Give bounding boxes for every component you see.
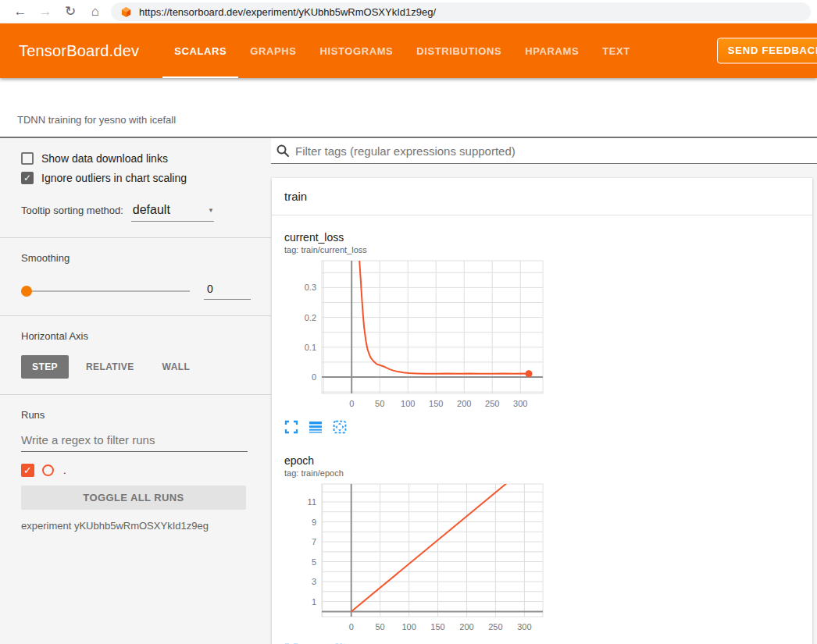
browser-chrome: ←→↻⌂ https://tensorboard.dev/experiment/…	[0, 0, 817, 23]
experiment-id-text: experiment yKUbhb5wRmOSXYkId1z9eg	[21, 520, 251, 532]
content: Show data download links✓Ignore outliers…	[0, 138, 817, 644]
axis-option-step[interactable]: STEP	[21, 355, 69, 379]
expand-chart-icon[interactable]	[284, 420, 298, 434]
tooltip-sorting-row: Tooltip sorting method: default ▼	[21, 203, 251, 222]
svg-text:50: 50	[375, 622, 384, 632]
svg-text:7: 7	[312, 537, 316, 546]
svg-text:100: 100	[401, 399, 415, 408]
smoothing-value-field[interactable]: 0	[204, 283, 251, 300]
back-icon[interactable]: ←	[8, 0, 33, 23]
tab-graphs[interactable]: GRAPHS	[238, 23, 308, 78]
chart-title: current_loss	[284, 231, 546, 244]
run-row: ✓ .	[21, 464, 251, 477]
svg-text:0.3: 0.3	[305, 283, 316, 292]
svg-text:0.2: 0.2	[305, 313, 316, 322]
tab-distributions[interactable]: DISTRIBUTIONS	[405, 23, 513, 78]
smoothing-label: Smoothing	[21, 252, 251, 264]
train-section-header[interactable]: train	[272, 178, 812, 215]
svg-text:0.1: 0.1	[305, 343, 316, 352]
unchecked-checkbox-icon[interactable]	[21, 152, 34, 165]
axis-option-wall[interactable]: WALL	[152, 355, 202, 379]
tag-filter-row	[271, 138, 817, 164]
app-header: TensorBoard.dev SCALARSGRAPHSHISTOGRAMSD…	[0, 23, 817, 78]
checked-checkbox-icon[interactable]: ✓	[21, 172, 34, 184]
svg-text:5: 5	[312, 557, 316, 567]
reload-icon[interactable]: ↻	[58, 0, 83, 23]
header-tabs: SCALARSGRAPHSHISTOGRAMSDISTRIBUTIONSHPAR…	[162, 23, 642, 78]
svg-text:11: 11	[308, 497, 316, 507]
tab-hparams[interactable]: HPARAMS	[513, 23, 590, 78]
charts-grid: current_losstag: train/current_loss00.10…	[272, 215, 812, 644]
run-color-swatch[interactable]	[42, 464, 54, 476]
chart-block-epoch: epochtag: train/epoch1357911050100150200…	[284, 454, 546, 644]
search-icon	[276, 144, 290, 158]
checkbox-label: Ignore outliers in chart scaling	[41, 172, 187, 184]
svg-text:300: 300	[513, 399, 527, 408]
tab-histograms[interactable]: HISTOGRAMS	[308, 23, 405, 78]
svg-text:50: 50	[375, 399, 384, 408]
train-section-label: train	[284, 190, 307, 203]
experiment-title: TDNN training for yesno with icefall	[17, 114, 176, 126]
svg-text:150: 150	[429, 399, 443, 408]
svg-text:250: 250	[485, 399, 499, 408]
address-bar[interactable]: https://tensorboard.dev/experiment/yKUbh…	[111, 2, 811, 21]
tensorboard-favicon	[120, 6, 132, 18]
run-checkbox[interactable]: ✓	[21, 464, 34, 477]
chart-tag: tag: train/current_loss	[284, 244, 546, 255]
tab-text[interactable]: TEXT	[590, 23, 642, 78]
svg-text:9: 9	[312, 518, 316, 527]
checkbox-row-1[interactable]: ✓Ignore outliers in chart scaling	[21, 172, 251, 184]
horizontal-axis-label: Horizontal Axis	[21, 330, 251, 342]
run-name: .	[63, 464, 66, 476]
svg-text:3: 3	[312, 577, 316, 586]
tag-filter-input[interactable]	[295, 144, 817, 158]
forward-icon[interactable]: →	[33, 0, 58, 23]
slider-knob[interactable]	[21, 286, 32, 297]
url-text[interactable]: https://tensorboard.dev/experiment/yKUbh…	[139, 6, 436, 18]
horizontal-axis-options: STEPRELATIVEWALL	[21, 355, 251, 379]
chart-plot-current_loss[interactable]: 00.10.20.3050100150200250300	[284, 258, 546, 414]
svg-text:250: 250	[488, 622, 502, 632]
chevron-down-icon: ▼	[208, 207, 214, 214]
tab-scalars[interactable]: SCALARS	[162, 23, 238, 78]
svg-text:0: 0	[312, 372, 316, 382]
runs-section: Runs ✓ . TOGGLE ALL RUNS experiment yKUb…	[0, 394, 271, 547]
svg-text:1: 1	[312, 597, 316, 607]
checkbox-label: Show data download links	[41, 152, 168, 165]
experiment-title-row: TDNN training for yesno with icefall	[0, 78, 817, 138]
log-scale-icon[interactable]	[309, 420, 323, 434]
chart-plot-epoch[interactable]: 1357911050100150200250300	[284, 481, 546, 637]
runs-label: Runs	[21, 409, 251, 421]
chart-block-current_loss: current_losstag: train/current_loss00.10…	[284, 231, 546, 434]
browser-nav-icons: ←→↻⌂	[0, 0, 108, 23]
smoothing-slider-row: 0	[21, 283, 251, 300]
svg-text:0: 0	[349, 399, 354, 408]
axis-option-relative[interactable]: RELATIVE	[75, 355, 145, 379]
tooltip-sorting-label: Tooltip sorting method:	[21, 205, 123, 216]
smoothing-slider[interactable]	[21, 286, 190, 297]
horizontal-axis-section: Horizontal Axis STEPRELATIVEWALL	[0, 315, 271, 394]
smoothing-section: Smoothing 0	[0, 237, 271, 315]
general-settings-section: Show data download links✓Ignore outliers…	[0, 138, 271, 237]
svg-text:300: 300	[517, 622, 531, 632]
svg-text:100: 100	[401, 622, 416, 632]
chart-tag: tag: train/epoch	[284, 468, 546, 479]
checkbox-list: Show data download links✓Ignore outliers…	[21, 152, 251, 184]
tooltip-sorting-select[interactable]: default ▼	[131, 203, 214, 222]
home-icon[interactable]: ⌂	[83, 0, 108, 23]
svg-text:200: 200	[459, 622, 473, 632]
svg-text:0: 0	[349, 622, 354, 632]
brand-title: TensorBoard.dev	[0, 42, 159, 60]
settings-sidebar: Show data download links✓Ignore outliers…	[0, 138, 271, 644]
svg-text:150: 150	[430, 622, 444, 632]
send-feedback-button[interactable]: SEND FEEDBACK	[717, 38, 817, 64]
train-card: train current_losstag: train/current_los…	[272, 178, 812, 644]
tooltip-sorting-value: default	[133, 203, 170, 216]
checkbox-row-0[interactable]: Show data download links	[21, 152, 251, 165]
slider-track	[21, 290, 190, 292]
runs-filter-input[interactable]	[21, 432, 248, 452]
svg-text:200: 200	[457, 399, 471, 408]
fit-domain-icon[interactable]	[333, 420, 347, 434]
toggle-all-runs-button[interactable]: TOGGLE ALL RUNS	[21, 486, 246, 510]
chart-title: epoch	[284, 454, 546, 468]
